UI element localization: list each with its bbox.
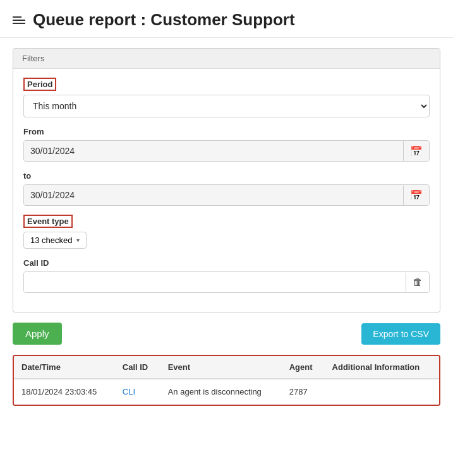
col-call-id: Call ID: [115, 356, 160, 379]
from-label: From: [23, 127, 44, 136]
calendar-icon-2: 📅: [410, 190, 423, 201]
to-date-input[interactable]: [24, 185, 403, 205]
col-additional: Additional Information: [325, 356, 439, 379]
call-id-wrapper: 🗑: [23, 271, 430, 293]
period-label: Period: [23, 78, 56, 91]
results-table: Date/Time Call ID Event Agent Additional…: [13, 355, 440, 406]
event-type-row: Event type 13 checked ▾: [23, 215, 430, 249]
col-event: Event: [160, 356, 282, 379]
period-row: Period This month Today Yesterday This w…: [23, 78, 430, 117]
cell-additional: [325, 379, 439, 405]
page-title: Queue report : Customer Support: [33, 10, 295, 30]
col-agent: Agent: [282, 356, 325, 379]
call-id-clear-button[interactable]: 🗑: [406, 273, 429, 292]
col-datetime: Date/Time: [14, 356, 115, 379]
from-date-input[interactable]: [24, 141, 403, 161]
cli-link[interactable]: CLI: [123, 387, 135, 396]
page-header: Queue report : Customer Support: [0, 0, 453, 38]
export-button[interactable]: Export to CSV: [361, 323, 440, 345]
to-calendar-button[interactable]: 📅: [403, 186, 429, 205]
call-id-input[interactable]: [24, 272, 406, 292]
period-select[interactable]: This month Today Yesterday This week Las…: [23, 95, 430, 117]
from-date-wrapper: 📅: [23, 140, 430, 162]
event-type-label: Event type: [23, 215, 73, 228]
cell-agent: 2787: [282, 379, 325, 405]
table-header-row: Date/Time Call ID Event Agent Additional…: [14, 356, 439, 379]
cell-event: An agent is disconnecting: [160, 379, 282, 405]
menu-icon: [13, 16, 25, 24]
filters-header: Filters: [13, 49, 440, 69]
chevron-down-icon: ▾: [76, 237, 80, 244]
trash-icon: 🗑: [413, 277, 423, 287]
event-type-dropdown[interactable]: 13 checked ▾: [23, 232, 87, 249]
calendar-icon: 📅: [410, 146, 423, 157]
call-id-row: Call ID 🗑: [23, 258, 430, 293]
apply-button[interactable]: Apply: [13, 323, 62, 345]
table-row: 18/01/2024 23:03:45 CLI An agent is disc…: [14, 379, 439, 405]
filters-label: Filters: [22, 54, 44, 63]
event-type-count: 13 checked: [30, 235, 73, 245]
from-row: From 📅: [23, 126, 430, 162]
cell-call-id[interactable]: CLI: [115, 379, 160, 405]
cell-datetime: 18/01/2024 23:03:45: [14, 379, 115, 405]
actions-row: Apply Export to CSV: [13, 323, 440, 345]
filters-section: Filters Period This month Today Yesterda…: [13, 48, 440, 312]
from-calendar-button[interactable]: 📅: [403, 141, 429, 161]
call-id-label: Call ID: [23, 258, 49, 268]
filters-body: Period This month Today Yesterday This w…: [13, 69, 440, 312]
to-date-wrapper: 📅: [23, 184, 430, 206]
to-row: to 📅: [23, 170, 430, 206]
to-label: to: [23, 171, 31, 181]
